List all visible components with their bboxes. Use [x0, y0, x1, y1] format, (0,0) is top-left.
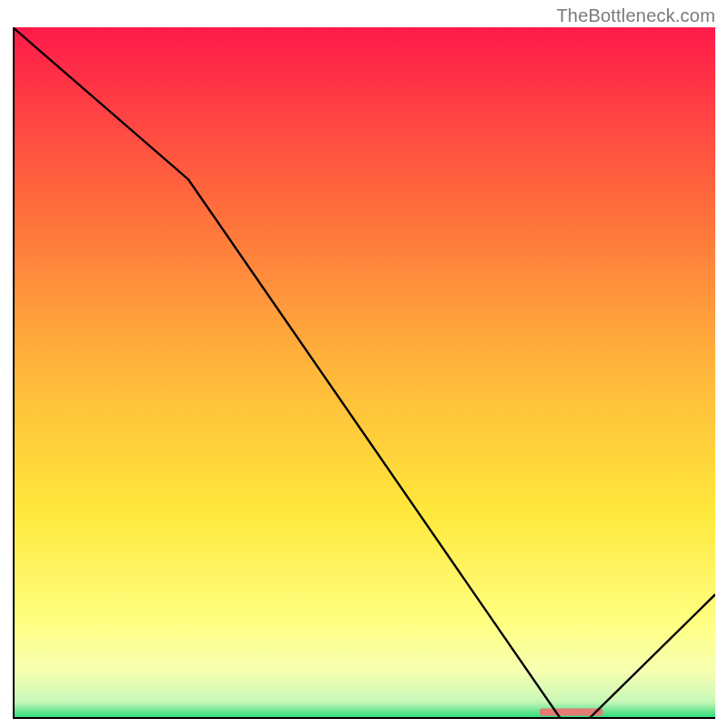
- chart-axes: [13, 27, 715, 719]
- watermark-text: TheBottleneck.com: [556, 5, 715, 26]
